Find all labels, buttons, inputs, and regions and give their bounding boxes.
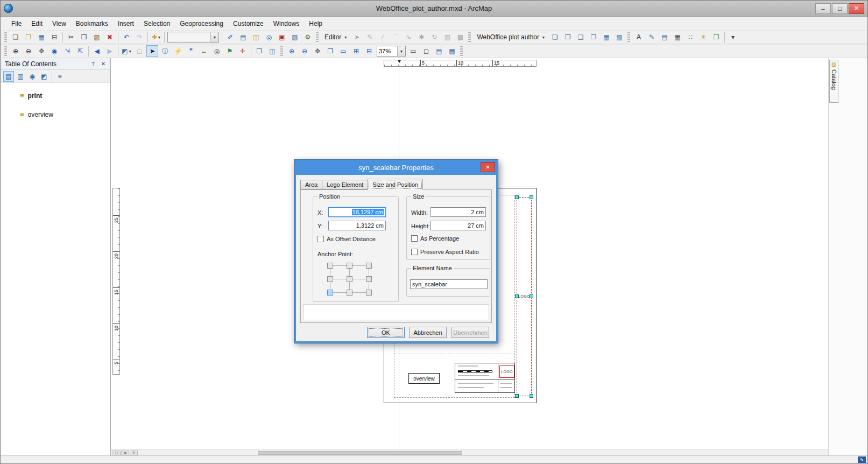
- anchor-point-6[interactable]: [327, 290, 333, 296]
- viewer-windows-button[interactable]: ◫: [266, 45, 278, 57]
- map-scale-combo[interactable]: ▾: [167, 32, 219, 43]
- plot-export-button[interactable]: ❐: [562, 31, 574, 43]
- selection-handle[interactable]: [530, 195, 533, 199]
- cut-button[interactable]: ✂: [65, 31, 77, 43]
- menu-customize[interactable]: Customize: [229, 18, 268, 29]
- plot-sync-button[interactable]: ▧: [613, 31, 625, 43]
- layout-zoom-percent-combo-dropdown[interactable]: ▾: [397, 46, 405, 56]
- toolbar-grip[interactable]: [460, 46, 463, 56]
- key-number-button[interactable]: ✳: [697, 31, 709, 43]
- overview-element[interactable]: overview: [408, 373, 440, 384]
- height-input[interactable]: 27 cm: [431, 221, 486, 230]
- toc-window-button[interactable]: ▤: [237, 31, 249, 43]
- dialog-close-button[interactable]: ✕: [481, 162, 495, 172]
- pan-button[interactable]: ✥: [36, 45, 47, 57]
- tab-logo-element[interactable]: Logo Element: [322, 180, 368, 189]
- close-button[interactable]: ✕: [849, 3, 864, 14]
- fixed-zoom-out-button[interactable]: ⇱: [74, 45, 86, 57]
- layout-f ixed-zoom-in-button[interactable]: ⊞: [350, 45, 362, 57]
- hyperlink-button[interactable]: ⚡: [172, 45, 184, 57]
- plot-download-button[interactable]: ❒: [588, 31, 599, 43]
- selection-handle[interactable]: [530, 394, 533, 398]
- horizontal-scrollbar[interactable]: ▢ ▤ ↻: [111, 449, 828, 455]
- layout-view-button[interactable]: ▤: [121, 451, 129, 455]
- new-text-button[interactable]: A: [633, 31, 645, 43]
- full-extent-button[interactable]: ◉: [48, 45, 60, 57]
- layout-zoom-percent-combo-input[interactable]: [377, 46, 397, 56]
- annotation-button[interactable]: ▤: [659, 31, 671, 43]
- refresh-view-button[interactable]: ↻: [130, 451, 138, 455]
- print-button[interactable]: ⊟: [48, 31, 60, 43]
- selection-handle[interactable]: [515, 394, 519, 398]
- anchor-point-3[interactable]: [327, 276, 333, 282]
- maximize-button[interactable]: □: [832, 3, 848, 14]
- select-elements-button[interactable]: ➤: [146, 45, 158, 57]
- selection-handle[interactable]: [515, 195, 519, 199]
- x-input[interactable]: 18,1297 cm: [328, 207, 386, 217]
- measure-button[interactable]: ↔: [198, 45, 210, 57]
- anchor-point-8[interactable]: [366, 290, 372, 296]
- tab-size-and-position[interactable]: Size and Position: [368, 179, 423, 190]
- layout-zoom-whole-page-button[interactable]: ❐: [324, 45, 336, 57]
- menu-view[interactable]: View: [48, 18, 70, 29]
- catalog-window-button[interactable]: ◫: [250, 31, 262, 43]
- zoom-out-button[interactable]: ⊖: [23, 45, 34, 57]
- list-by-drawing-order-button[interactable]: ▤: [3, 71, 14, 82]
- toolbar-grip[interactable]: [4, 32, 7, 42]
- toolbar-grip[interactable]: [280, 46, 283, 56]
- go-to-xy-button[interactable]: ✛: [237, 45, 249, 57]
- plot-upload-button[interactable]: ❑: [575, 31, 587, 43]
- scrollbar-thumb[interactable]: [258, 451, 462, 455]
- paste-button[interactable]: ▨: [91, 31, 103, 43]
- menu-edit[interactable]: Edit: [27, 18, 47, 29]
- toolbar-grip[interactable]: [468, 32, 471, 42]
- focus-data-frame-button[interactable]: ◻: [420, 45, 432, 57]
- open-folder-button[interactable]: ❒: [23, 31, 34, 43]
- create-viewer-window-button[interactable]: ❒: [253, 45, 265, 57]
- toc-options-button[interactable]: ≡: [54, 71, 65, 82]
- attribute-table-button[interactable]: ▦: [672, 31, 683, 43]
- my-places-button[interactable]: ❒: [710, 31, 722, 43]
- menu-selection[interactable]: Selection: [139, 18, 174, 29]
- menu-windows[interactable]: Windows: [269, 18, 304, 29]
- select-features-button[interactable]: ◩▾: [121, 45, 132, 57]
- layout-pan-button[interactable]: ✥: [312, 45, 323, 57]
- menu-insert[interactable]: Insert: [114, 18, 138, 29]
- find-button[interactable]: ◎: [211, 45, 223, 57]
- layout-zoom-out-button[interactable]: ⊖: [299, 45, 310, 57]
- anchor-point-0[interactable]: [327, 263, 333, 269]
- width-input[interactable]: 2 cm: [431, 207, 486, 217]
- undo-button[interactable]: ↶: [121, 31, 132, 43]
- fixed-zoom-in-button[interactable]: ⇲: [61, 45, 73, 57]
- plot-pages-button[interactable]: ▦: [601, 31, 612, 43]
- anchor-point-7[interactable]: [347, 290, 352, 296]
- y-input[interactable]: 1,3122 cm: [328, 221, 386, 230]
- draw-status-indicator[interactable]: ✎: [858, 456, 866, 463]
- title-block[interactable]: LOGO: [455, 363, 515, 393]
- layout-zoom-percent-combo[interactable]: ▾: [377, 46, 406, 57]
- zoom-in-button[interactable]: ⊕: [10, 45, 22, 57]
- ok-button[interactable]: OK: [367, 327, 405, 338]
- menu-bookmarks[interactable]: Bookmarks: [72, 18, 112, 29]
- add-data-button-dropdown-icon[interactable]: ▾: [158, 35, 160, 40]
- pin-icon[interactable]: ⊤: [89, 60, 97, 68]
- editor-menu-button[interactable]: Editor▾: [321, 31, 350, 43]
- list-by-selection-button[interactable]: ◩: [39, 71, 50, 82]
- element-name-input[interactable]: syn_scalebar: [410, 279, 488, 289]
- label-manager-button[interactable]: ✎: [646, 31, 658, 43]
- dialog-title-bar[interactable]: syn_scalebar Properties ✕: [294, 160, 498, 175]
- layer-item-print[interactable]: ≡print: [1, 89, 110, 102]
- add-data-button[interactable]: ✚▾: [150, 31, 162, 43]
- toolbar-grip[interactable]: [627, 32, 630, 42]
- back-extent-button[interactable]: ◀: [91, 45, 103, 57]
- as-percentage-checkbox[interactable]: As Percentage: [411, 235, 459, 242]
- map-scale-combo-dropdown[interactable]: ▾: [210, 32, 218, 42]
- menu-help[interactable]: Help: [305, 18, 327, 29]
- catalog-tab[interactable]: ▥ Catalog: [829, 60, 838, 103]
- modelbuilder-button[interactable]: ⚙: [302, 31, 314, 43]
- layout-zoom-in-button[interactable]: ⊕: [286, 45, 298, 57]
- layout-fixed-zoom-out-button[interactable]: ⊟: [363, 45, 375, 57]
- data-driven-pages-button[interactable]: ▦: [446, 45, 458, 57]
- preserve-aspect-ratio-checkbox[interactable]: Preserve Aspect Ratio: [411, 249, 479, 255]
- minimize-button[interactable]: –: [815, 3, 831, 14]
